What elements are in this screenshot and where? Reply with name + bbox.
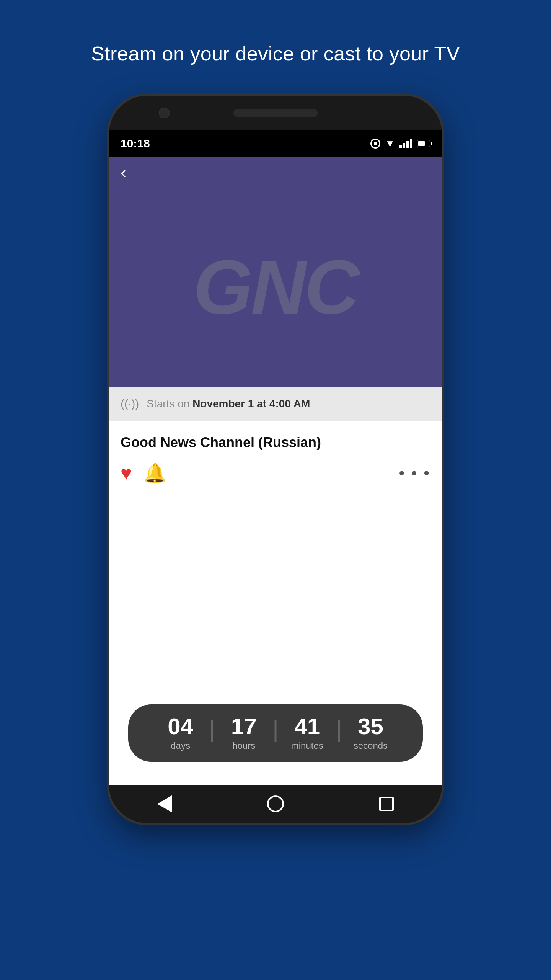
more-icon[interactable]: • • • [399, 464, 430, 482]
channel-logo-area: GNC [109, 188, 442, 387]
broadcast-icon: ((·)) [121, 397, 139, 410]
minutes-value: 41 [294, 715, 320, 738]
schedule-bar: ((·)) Starts on November 1 at 4:00 AM [109, 387, 442, 421]
countdown-days: 04 days [156, 715, 205, 751]
hours-value: 17 [231, 715, 257, 738]
back-button[interactable]: ‹ [121, 164, 126, 181]
seconds-value: 35 [358, 715, 383, 738]
signal-icon [399, 139, 412, 148]
countdown-hours: 17 hours [219, 715, 269, 751]
speaker [233, 109, 318, 117]
nav-home-button[interactable] [264, 792, 287, 815]
status-icon-dot [370, 139, 380, 149]
nav-recents-button[interactable] [375, 792, 398, 815]
wifi-icon: ▼ [385, 138, 395, 150]
phone-screen: ‹ GNC ((·)) Starts on November 1 at 4:00… [109, 157, 442, 785]
tagline: Stream on your device or cast to your TV [91, 42, 460, 65]
hours-label: hours [232, 740, 255, 751]
status-time: 10:18 [121, 137, 150, 150]
days-value: 04 [168, 715, 193, 738]
bottom-nav [109, 785, 442, 823]
channel-info: Good News Channel (Russian) ♥ 🔔 • • • [109, 421, 442, 492]
schedule-text: Starts on November 1 at 4:00 AM [147, 398, 310, 410]
phone-shell: 10:18 ▼ ‹ GNC ((·)) [109, 96, 442, 823]
divider-2: | [272, 718, 279, 748]
countdown-minutes: 41 minutes [282, 715, 332, 751]
status-bar: 10:18 ▼ [109, 130, 442, 157]
app-header: ‹ [109, 157, 442, 188]
channel-logo: GNC [193, 243, 357, 331]
divider-1: | [209, 718, 215, 748]
days-label: days [171, 740, 190, 751]
phone-top [109, 96, 442, 130]
channel-name: Good News Channel (Russian) [121, 434, 430, 451]
countdown-bar: 04 days | 17 hours | 41 minutes | 35 sec… [128, 704, 423, 762]
minutes-label: minutes [291, 740, 323, 751]
bell-icon[interactable]: 🔔 [143, 462, 166, 484]
countdown-seconds: 35 seconds [346, 715, 395, 751]
seconds-label: seconds [354, 740, 388, 751]
heart-icon[interactable]: ♥ [121, 462, 132, 484]
front-camera [159, 108, 170, 118]
content-spacer [109, 492, 442, 704]
nav-back-button[interactable] [153, 792, 176, 815]
battery-icon [417, 140, 430, 147]
divider-3: | [336, 718, 342, 748]
